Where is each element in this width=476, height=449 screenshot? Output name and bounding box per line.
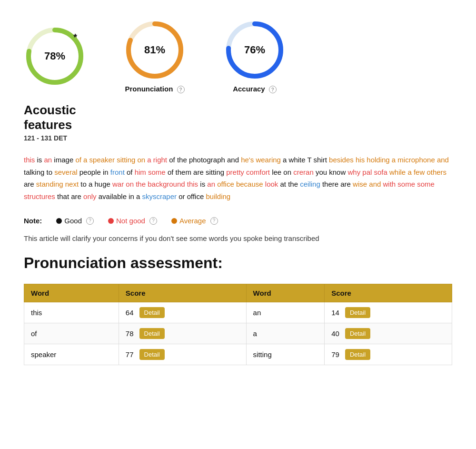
score-cell: 77 Detail <box>119 344 246 365</box>
transcript-word: standing next <box>36 180 79 188</box>
word-cell: an <box>246 302 325 323</box>
transcript-word: of <box>125 168 135 176</box>
average-label: Average <box>179 217 206 225</box>
detail-button[interactable]: Detail <box>139 349 165 360</box>
transcript-word: skyscraper <box>142 192 177 200</box>
detail-button[interactable]: Detail <box>139 328 165 339</box>
transcript-word: creran <box>293 168 314 176</box>
score-cell: 64 Detail <box>119 302 246 323</box>
col-word1: Word <box>24 284 119 302</box>
transcript-word: of the photograph and <box>167 156 241 164</box>
transcript-word: a microphone and <box>392 156 449 164</box>
score-cell: 79 Detail <box>325 344 452 365</box>
col-score2: Score <box>325 284 452 302</box>
good-label: Good <box>64 217 82 225</box>
accuracy-score-value: 76% <box>244 45 265 55</box>
word-cell: speaker <box>24 344 119 365</box>
transcript-word: you know <box>314 168 348 176</box>
transcript-word: besides his holding <box>329 156 390 164</box>
detail-button[interactable]: Detail <box>345 328 370 339</box>
score-value: 78 <box>126 329 134 338</box>
transcript-word: a few others <box>407 168 446 176</box>
accuracy-label: Accuracy ? <box>233 85 277 93</box>
acoustic-block: Acousticfeatures 121 - 131 DET <box>10 98 466 147</box>
accuracy-score-container: 76% Accuracy ? <box>224 19 286 93</box>
word-cell: of <box>24 323 119 344</box>
score-value: 64 <box>126 309 134 317</box>
pronunciation-score-value: 81% <box>144 45 165 55</box>
transcript-word: to a huge <box>79 180 112 188</box>
transcript-word: office because <box>217 180 263 188</box>
transcript-word: building <box>206 192 230 200</box>
transcript-word: only <box>83 192 97 200</box>
acoustic-circle: * 78% <box>24 25 86 87</box>
detail-button[interactable]: Detail <box>345 349 370 360</box>
note-row: Note: Good ? Not good ? Average ? <box>10 210 466 232</box>
transcript-word: war <box>112 180 124 188</box>
average-legend: Average ? <box>171 217 218 225</box>
transcript-word: a white T shirt <box>281 156 329 164</box>
pronunciation-label: Pronunciation ? <box>125 85 184 93</box>
transcript-word: why pal sofa <box>347 168 387 176</box>
not-good-legend: Not good ? <box>108 217 157 225</box>
average-help-icon[interactable]: ? <box>210 217 218 225</box>
transcript-word: pretty comfort <box>226 168 270 176</box>
transcript-word: talking to <box>24 168 54 176</box>
transcript-word: him some <box>135 168 166 176</box>
acoustic-title: Acousticfeatures <box>24 103 452 132</box>
transcript-word: people in <box>78 168 110 176</box>
acoustic-score-value: 78% <box>44 51 65 61</box>
average-dot <box>171 218 177 224</box>
not-good-label: Not good <box>116 217 145 225</box>
col-word2: Word <box>246 284 325 302</box>
good-dot <box>56 218 62 224</box>
transcript-word: an <box>207 180 215 188</box>
transcript-word: several <box>54 168 77 176</box>
transcript-word: on the background this <box>126 180 198 188</box>
score-cell: 40 Detail <box>325 323 452 344</box>
table-row: this 64 Detail an 14 Detail <box>24 302 452 323</box>
asterisk: * <box>73 32 77 43</box>
transcript-word: there are <box>320 180 353 188</box>
transcript-word: an <box>44 156 52 164</box>
transcript-word: of a speaker sitting on <box>75 156 145 164</box>
detail-button[interactable]: Detail <box>139 307 165 318</box>
acoustic-range: 121 - 131 DET <box>24 134 452 142</box>
transcript-word: this <box>24 156 35 164</box>
scores-row: * 78% 81% Pronunciation ? 76% Accuracy <box>10 10 466 98</box>
transcript-word: is <box>198 180 207 188</box>
word-cell: this <box>24 302 119 323</box>
note-label: Note: <box>24 217 42 225</box>
clarify-text: This article will clarify your concerns … <box>10 232 466 249</box>
score-value: 79 <box>331 350 339 359</box>
good-legend: Good ? <box>56 217 94 225</box>
accuracy-help-icon[interactable]: ? <box>269 86 277 93</box>
acoustic-score-container: * 78% <box>24 25 86 87</box>
score-cell: 78 Detail <box>119 323 246 344</box>
assessment-title: Pronunciation assessment: <box>10 249 466 277</box>
score-cell: 14 Detail <box>325 302 452 323</box>
transcript-word: that are <box>55 192 83 200</box>
word-cell: sitting <box>246 344 325 365</box>
detail-button[interactable]: Detail <box>345 307 370 318</box>
transcript: this is an image of a speaker sitting on… <box>10 147 466 210</box>
transcript-word: and <box>369 180 381 188</box>
pronunciation-circle: 81% <box>124 19 186 81</box>
transcript-word: at the <box>278 180 300 188</box>
transcript-word: is <box>35 156 44 164</box>
pronunciation-help-icon[interactable]: ? <box>177 86 185 93</box>
word-cell: a <box>246 323 325 344</box>
transcript-word: of them are sitting <box>166 168 227 176</box>
transcript-word: while <box>389 168 406 176</box>
pronunciation-score-container: 81% Pronunciation ? <box>124 19 186 93</box>
accuracy-circle: 76% <box>224 19 286 81</box>
col-score1: Score <box>119 284 246 302</box>
good-help-icon[interactable]: ? <box>86 217 94 225</box>
transcript-word: look <box>265 180 278 188</box>
transcript-word: or office <box>177 192 206 200</box>
score-value: 40 <box>331 329 339 338</box>
transcript-word: he's wearing <box>241 156 281 164</box>
transcript-word: available in a <box>97 192 142 200</box>
not-good-help-icon[interactable]: ? <box>149 217 157 225</box>
score-value: 77 <box>126 350 134 359</box>
